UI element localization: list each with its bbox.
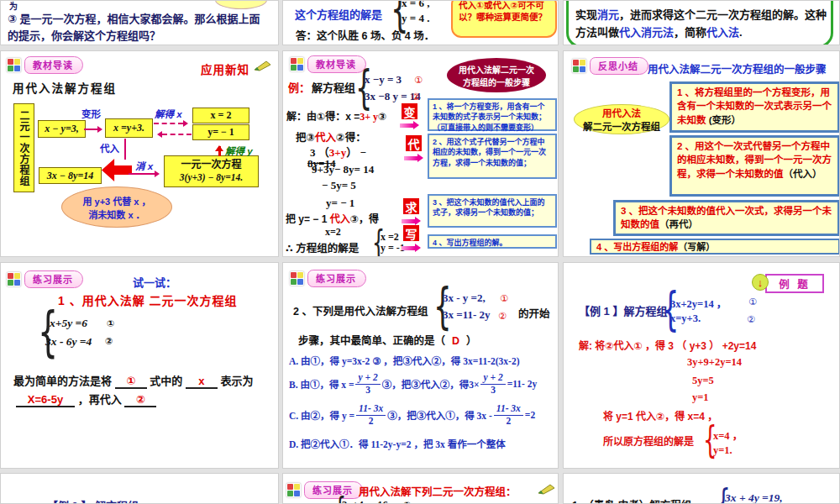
option-d[interactable]: D. 把②代入①．得 11-2y-y=2 ，把 3x 看作一个整体 (289, 437, 506, 450)
optC-b: ③，把③代入①，得 3x - (387, 408, 492, 422)
window-icon (290, 271, 304, 286)
solution-line5: 9+3y− 8y= 14 (312, 163, 374, 176)
callout-box: 代入①或代入②可不可以？哪种运算更简便？ (451, 0, 557, 38)
badge-label: 教材导读 (24, 56, 83, 74)
summary-line2: 方法叫做代入消元法，简称代入法. (575, 24, 743, 39)
slide-9-thumbnail[interactable]: 例 题 ↓ 【例 1 】解方程组 { 3x+2y=14 ， ① x=y+3. ②… (563, 262, 840, 469)
equation2-box: x =y+3. (105, 118, 153, 138)
system-eq2: x=y+3. (670, 312, 701, 325)
step4-box: 4 、写出方程组的解（写解） (590, 239, 840, 255)
step1-box: 1 、将方程组里的一个方程变形，用含有一个未知数的一次式表示另一个未知数 (变形… (669, 81, 840, 133)
frac-den: 3 (365, 385, 370, 396)
l2b: 代入 (315, 132, 336, 144)
solution-y: y = 4 . (402, 12, 429, 25)
step2-box: 2 、用这个式子代替另一个方程中相应的未知数，得到一个一元一次方程，求得一个未知… (428, 134, 557, 179)
option-a[interactable]: A. 由①，得 y=3x-2 ③ ，把③代入②，得 3x=11-2(3x-2) (289, 354, 519, 367)
slide-6-thumbnail[interactable]: 反思小结 用代入法解二元一次方程组的一般步骤 1 、将方程组里的一个方程变形，用… (563, 50, 840, 257)
answer-line: 答：这个队胜 6 场、负 4 场． (296, 27, 434, 43)
transform-arrow (84, 125, 106, 134)
keyword-substitution: 代入法 (706, 26, 739, 39)
t3: ，进而求得这个二元一次方程组的解。这种 (619, 8, 827, 21)
transform-label: 变形 (81, 107, 101, 120)
solution-x: x = 6 , (402, 0, 429, 10)
return-arrow (154, 130, 192, 139)
optB-b: ③，把③代入②，得3× (382, 377, 480, 391)
slide-7-thumbnail[interactable]: 练习展示 试一试： 1 、用代入法解 二元一次方程组 { x+5y =6 ① 3… (0, 262, 279, 469)
answer-letter: D (445, 335, 466, 347)
steps-title-line1: 用代入法解二元一次 (459, 63, 534, 76)
example-label: 【例 1 】解方程组 (579, 302, 667, 318)
down-arrow-icon: ↓ (752, 274, 769, 291)
exercise-title: 用代入法解下列二元一次方程组： (359, 483, 517, 499)
optB-a: B. 由①，得 x = (289, 377, 354, 391)
substitute-line (124, 139, 126, 160)
slide-11-thumbnail[interactable]: 练习展示 用代入法解下列二元一次方程组： { 3x+4y =16 ① (282, 473, 559, 504)
solution-line8: 把 y= − 1 代入③，得 (286, 211, 379, 225)
step4-text: 4 、写出方程组的解 (596, 242, 678, 252)
blank-1[interactable]: ① (115, 375, 147, 389)
fraction: 11- 3x2 (356, 403, 386, 426)
header-badge: 练习展示 (7, 270, 83, 288)
slide-12-thumbnail[interactable]: 1、（青岛·中考）解方程组 { 3x + 4y =19, (563, 473, 840, 504)
l8b: 代入 (330, 213, 350, 225)
eq2-number: ② (412, 92, 420, 102)
option-c[interactable]: C. 由②，得 y = 11- 3x2 ③，把③代入①，得 3x - 11- 3… (289, 401, 535, 429)
slide-10-thumbnail[interactable]: 【例 2 】 解方程组 (0, 473, 279, 504)
window-icon (7, 272, 21, 286)
fill-line1: 最为简单的方法是将 ① 式中的 x 表示为 (13, 372, 254, 389)
stamp-arrow (404, 153, 428, 163)
solution-lead: 这个方程组的解是 (295, 6, 382, 22)
slide-8-thumbnail[interactable]: 练习展示 2 、下列是用代入法解方程组 { 3x - y =2, ① 3x =1… (282, 262, 559, 469)
blank-3[interactable]: X=6-5y (16, 393, 75, 407)
slide-3-thumbnail[interactable]: 实现消元，进而求得这个二元一次方程组的解。这种 方法叫做代入消元法，简称代入法. (563, 0, 840, 45)
option-b[interactable]: B. 由①，得 x = y + 23 ③，把③代入②，得3× y + 23 =1… (289, 370, 537, 398)
l1a: 解：由①得：x = (286, 111, 360, 123)
solution-line2: 把③代入②得： (296, 129, 366, 144)
frac-den: 2 (369, 416, 374, 427)
step4-box: 4 、写出方程组的解。 (428, 234, 557, 249)
slide-5-thumbnail[interactable]: 教材导读 例： 解方程组 { x −y = 3 ① 3x −8 y = 14 ②… (282, 50, 559, 257)
l2c: ②得： (336, 132, 366, 144)
solution-line10: ∴ 方程组的解是 (286, 239, 359, 255)
brace-glyph: { (355, 60, 372, 115)
step3-box: 3 、把这个未知数的值代入一次式，求得另一个未知数的值（再代） (613, 200, 840, 236)
eq1-number: ① (107, 318, 114, 329)
system-eq1: x+5y =6 (50, 317, 87, 330)
brace-glyph: { (433, 278, 452, 335)
q3a: 步骤，其中最简单、正确的是（ (298, 335, 445, 347)
blank-2[interactable]: x (186, 375, 218, 389)
eq1-number: ① (500, 293, 508, 304)
example-label: 例： (288, 79, 310, 95)
fill-b: 式中的 (150, 375, 182, 387)
window-icon (290, 57, 304, 71)
step3-keyword: （再代） (659, 219, 698, 229)
system-eq2: 3x =11- 2y (443, 308, 491, 322)
slide-4-thumbnail[interactable]: 教材导读 应用新知 用代入法解方程组 二元一次方程组 x − y=3, 变形 x… (0, 50, 279, 257)
example-badge: 例 题 (765, 274, 824, 293)
fraction: y + 23 (480, 372, 505, 395)
slide-1-thumbnail[interactable]: 为 ③ 是一元一次方程，相信大家都会解。那么根据上面 的提示，你会解这个方程组吗… (0, 0, 279, 45)
fraction: y + 23 (355, 372, 380, 395)
solution-line3: 5y=5 (692, 375, 714, 387)
t6: ，简称 (674, 26, 706, 39)
frac-num: 11- 3x (494, 403, 523, 415)
exam-question-lead: 1、（青岛·中考）解方程组 (572, 496, 691, 504)
l2a: 把③ (296, 132, 315, 144)
blank-4[interactable]: ② (124, 393, 156, 407)
window-icon (286, 483, 301, 497)
eq1-number: ① (748, 297, 757, 307)
slide-2-thumbnail[interactable]: 这个方程组的解是 { x = 6 , y = 4 . 答：这个队胜 6 场、负 … (282, 0, 559, 45)
badge-label: 练习展示 (307, 270, 366, 287)
frac-num: y + 2 (355, 372, 380, 384)
l1b: 3+ y (360, 111, 378, 123)
t8: . (739, 26, 743, 39)
header-badge: 练习展示 (286, 481, 363, 499)
solution-line6: 所以原方程组的解是 (603, 433, 694, 448)
system-eq1: 3x+2y=14 ， (670, 295, 727, 311)
step1-text: 1 、将方程组里的一个方程变形，用含有一个未知数的一次式表示另一个未知数 (677, 87, 832, 125)
system-eq1: x −y = 3 (365, 73, 402, 87)
down-arrow-glyph: ↓ (758, 277, 764, 288)
fill-c: 表示为 (221, 375, 254, 387)
tip-ellipse: 用 y+3 代替 x ， 消未知数 x ． (61, 186, 172, 228)
optC-a: C. 由②，得 y = (289, 408, 354, 422)
